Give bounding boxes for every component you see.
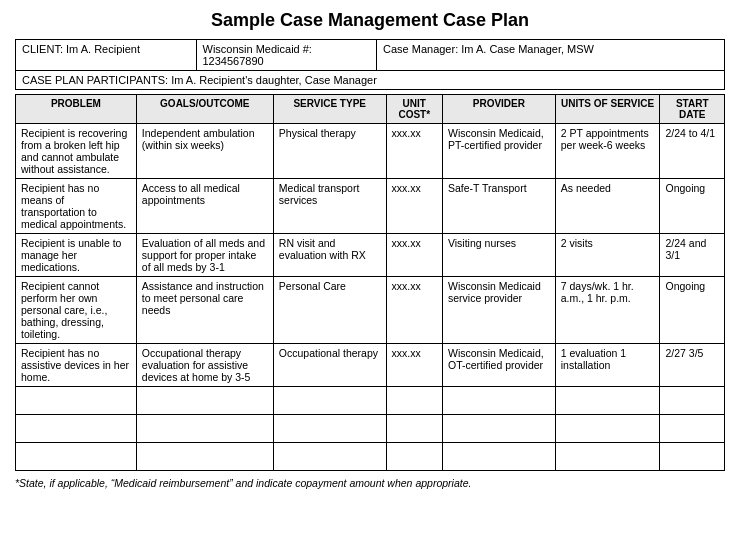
cell-goals: Access to all medical appointments [136,179,273,234]
medicaid-cell: Wisconsin Medicaid #: 1234567890 [197,40,378,70]
table-row [16,443,725,471]
cell-units: 1 evaluation 1 installation [555,344,660,387]
cell-unit_cost: xxx.xx [386,179,442,234]
client-label: CLIENT: [22,43,63,55]
cell-start: Ongoing [660,179,725,234]
participants-value: Im A. Recipient's daughter, Case Manager [171,74,377,86]
footer-note: *State, if applicable, “Medicaid reimbur… [15,477,725,489]
cell-service [273,387,386,415]
cell-provider [442,387,555,415]
cell-provider [442,443,555,471]
cell-goals: Occupational therapy evaluation for assi… [136,344,273,387]
cell-start [660,443,725,471]
cell-unit_cost: xxx.xx [386,124,442,179]
client-name-cell: CLIENT: Im A. Recipient [16,40,197,70]
participants-row: CASE PLAN PARTICIPANTS: Im A. Recipient'… [16,71,724,89]
cell-goals: Independent ambulation (within six weeks… [136,124,273,179]
table-row [16,415,725,443]
cell-start: 2/27 3/5 [660,344,725,387]
cell-problem: Recipient has no means of transportation… [16,179,137,234]
table-row: Recipient cannot perform her own persona… [16,277,725,344]
cell-provider: Visiting nurses [442,234,555,277]
info-block: CLIENT: Im A. Recipient Wisconsin Medica… [15,39,725,90]
participants-cell: CASE PLAN PARTICIPANTS: Im A. Recipient'… [16,71,724,89]
cell-goals [136,415,273,443]
cell-start [660,415,725,443]
cell-start [660,387,725,415]
cell-start: 2/24 and 3/1 [660,234,725,277]
table-row [16,387,725,415]
header-units-of-service: UNITS OF SERVICE [555,95,660,124]
cell-units: As needed [555,179,660,234]
cell-start: Ongoing [660,277,725,344]
table-row: Recipient has no means of transportation… [16,179,725,234]
cell-service: RN visit and evaluation with RX [273,234,386,277]
header-start-date: START DATE [660,95,725,124]
header-goals: GOALS/OUTCOME [136,95,273,124]
cell-service [273,443,386,471]
header-service: SERVICE TYPE [273,95,386,124]
table-row: Recipient is unable to manage her medica… [16,234,725,277]
cell-problem [16,415,137,443]
cell-service: Medical transport services [273,179,386,234]
client-row: CLIENT: Im A. Recipient Wisconsin Medica… [16,40,724,71]
case-plan-table: PROBLEM GOALS/OUTCOME SERVICE TYPE UNIT … [15,94,725,471]
cell-unit_cost [386,443,442,471]
cell-start: 2/24 to 4/1 [660,124,725,179]
client-name: Im A. Recipient [66,43,140,55]
case-manager-name: Im A. Case Manager, MSW [461,43,594,55]
cell-units: 2 PT appointments per week-6 weeks [555,124,660,179]
cell-unit_cost: xxx.xx [386,277,442,344]
cell-service: Occupational therapy [273,344,386,387]
cell-units [555,415,660,443]
cell-units [555,443,660,471]
cell-units: 7 days/wk. 1 hr. a.m., 1 hr. p.m. [555,277,660,344]
cell-units: 2 visits [555,234,660,277]
cell-problem: Recipient is recovering from a broken le… [16,124,137,179]
cell-goals [136,387,273,415]
participants-label: CASE PLAN PARTICIPANTS: [22,74,168,86]
table-header-row: PROBLEM GOALS/OUTCOME SERVICE TYPE UNIT … [16,95,725,124]
cell-problem [16,443,137,471]
cell-problem: Recipient cannot perform her own persona… [16,277,137,344]
cell-service [273,415,386,443]
cell-service: Personal Care [273,277,386,344]
medicaid-label: Wisconsin Medicaid #: [203,43,312,55]
cell-unit_cost: xxx.xx [386,344,442,387]
header-unit-cost: UNIT COST* [386,95,442,124]
table-row: Recipient has no assistive devices in he… [16,344,725,387]
cell-provider: Wisconsin Medicaid, PT-certified provide… [442,124,555,179]
cell-unit_cost [386,415,442,443]
cell-unit_cost [386,387,442,415]
cell-provider [442,415,555,443]
cell-service: Physical therapy [273,124,386,179]
cell-goals: Evaluation of all meds and support for p… [136,234,273,277]
cell-units [555,387,660,415]
cell-problem: Recipient has no assistive devices in he… [16,344,137,387]
cell-provider: Wisconsin Medicaid service provider [442,277,555,344]
page-title: Sample Case Management Case Plan [15,10,725,31]
table-row: Recipient is recovering from a broken le… [16,124,725,179]
header-problem: PROBLEM [16,95,137,124]
cell-provider: Safe-T Transport [442,179,555,234]
cell-goals: Assistance and instruction to meet perso… [136,277,273,344]
cell-goals [136,443,273,471]
cell-problem: Recipient is unable to manage her medica… [16,234,137,277]
header-provider: PROVIDER [442,95,555,124]
cell-provider: Wisconsin Medicaid, OT-certified provide… [442,344,555,387]
cell-problem [16,387,137,415]
case-manager-cell: Case Manager: Im A. Case Manager, MSW [377,40,724,70]
medicaid-value: 1234567890 [203,55,264,67]
cell-unit_cost: xxx.xx [386,234,442,277]
case-manager-label: Case Manager: [383,43,458,55]
